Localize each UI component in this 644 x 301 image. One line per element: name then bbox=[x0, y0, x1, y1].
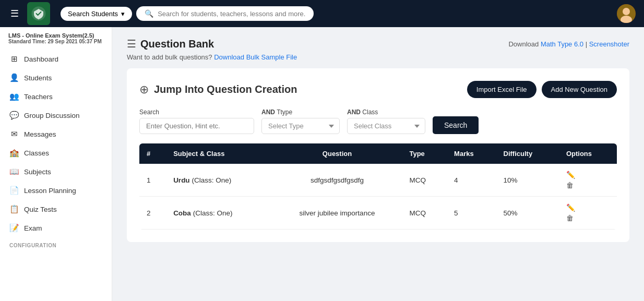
card-header: ⊕ Jump Into Question Creation Import Exc… bbox=[139, 81, 617, 98]
col-type: Type bbox=[402, 143, 447, 164]
sidebar-item-label: Dashboard bbox=[24, 55, 58, 63]
messages-icon: ✉ bbox=[9, 129, 19, 139]
question-search-input[interactable] bbox=[139, 118, 254, 134]
sidebar-item-lesson-planning[interactable]: 📄 Lesson Planning bbox=[0, 181, 112, 200]
filter-class-group: AND Class Select Class bbox=[347, 109, 425, 134]
group-discussion-icon: 💬 bbox=[9, 111, 19, 120]
download-bulk-sample-link[interactable]: Download Bulk Sample File bbox=[214, 53, 297, 61]
sidebar-item-students[interactable]: 👤 Students bbox=[0, 68, 112, 87]
card-actions: Import Excel File Add New Question bbox=[467, 81, 617, 98]
col-difficulty: Difficulty bbox=[496, 143, 559, 164]
table-header: # Subject & Class Question Type Marks Di… bbox=[139, 143, 617, 164]
lesson-planning-icon: 📄 bbox=[9, 186, 19, 195]
logo bbox=[27, 2, 50, 25]
row1-difficulty: 10% bbox=[496, 164, 559, 197]
search-category-dropdown[interactable]: Search Students ▾ bbox=[61, 7, 132, 21]
main-content: ☰ Question Bank Download Math Type 6.0 |… bbox=[112, 27, 644, 301]
dropdown-arrow-icon: ▾ bbox=[121, 10, 125, 18]
sidebar-item-teachers[interactable]: 👥 Teachers bbox=[0, 87, 112, 106]
search-button[interactable]: Search bbox=[433, 116, 479, 134]
sidebar-brand: LMS - Online Exam System(2.5) Standard T… bbox=[0, 27, 112, 46]
row2-delete-icon[interactable]: 🗑 bbox=[566, 214, 610, 222]
sidebar-item-label: Exam bbox=[24, 224, 42, 232]
sidebar-item-label: Group Discussion bbox=[24, 112, 80, 119]
type-select[interactable]: Select Type bbox=[261, 118, 340, 134]
sidebar-item-label: Messages bbox=[24, 130, 56, 138]
page-title: Question Bank bbox=[140, 38, 214, 50]
download-screenshoter-link[interactable]: Screenshoter bbox=[589, 40, 629, 48]
page-title-row: ☰ Question Bank bbox=[127, 38, 214, 50]
sidebar-config-section: CONFIGURATION bbox=[0, 237, 112, 250]
sidebar-item-label: Students bbox=[24, 74, 52, 82]
row1-num: 1 bbox=[139, 164, 166, 197]
class-label: AND Class bbox=[347, 109, 425, 116]
import-excel-button[interactable]: Import Excel File bbox=[467, 81, 536, 98]
sidebar-item-messages[interactable]: ✉ Messages bbox=[0, 125, 112, 143]
sidebar: LMS - Online Exam System(2.5) Standard T… bbox=[0, 27, 112, 301]
global-search-input[interactable] bbox=[158, 10, 305, 18]
brand-time: Standard Time: 29 Sep 2021 05:37 PM bbox=[8, 39, 103, 44]
sidebar-item-label: Teachers bbox=[24, 93, 53, 101]
circle-plus-icon: ⊕ bbox=[139, 83, 149, 97]
row1-edit-icon[interactable]: ✏️ bbox=[566, 171, 610, 179]
sidebar-item-quiz-tests[interactable]: 📋 Quiz Tests bbox=[0, 200, 112, 219]
sidebar-nav: ⊞ Dashboard 👤 Students 👥 Teachers 💬 Grou… bbox=[0, 46, 112, 254]
download-links: Download Math Type 6.0 | Screenshoter bbox=[508, 40, 629, 48]
sidebar-item-label: Subjects bbox=[24, 168, 51, 176]
search-icon: 🔍 bbox=[145, 9, 153, 18]
col-marks: Marks bbox=[447, 143, 496, 164]
col-question: Question bbox=[272, 143, 402, 164]
quiz-tests-icon: 📋 bbox=[9, 204, 19, 214]
layout: LMS - Online Exam System(2.5) Standard T… bbox=[0, 27, 644, 301]
row2-type: MCQ bbox=[402, 197, 447, 230]
page-subtitle: Want to add bulk questions? Download Bul… bbox=[127, 53, 629, 61]
sidebar-item-label: Lesson Planning bbox=[24, 187, 76, 195]
question-bank-icon: ☰ bbox=[127, 38, 136, 50]
filter-type-group: AND Ttype Select Type bbox=[261, 109, 340, 134]
row1-subject: Urdu (Class: One) bbox=[166, 164, 272, 197]
sidebar-item-subjects[interactable]: 📖 Subjects bbox=[0, 162, 112, 181]
card-title-row: ⊕ Jump Into Question Creation bbox=[139, 83, 297, 97]
subjects-icon: 📖 bbox=[9, 167, 19, 176]
search-category-label: Search Students bbox=[68, 10, 118, 18]
search-label: Search bbox=[139, 109, 254, 116]
row2-options: ✏️ 🗑 bbox=[559, 197, 617, 230]
filter-row: Search AND Ttype Select Type AND bbox=[139, 109, 617, 134]
download-mathtype-link[interactable]: Math Type 6.0 bbox=[541, 40, 583, 48]
row2-difficulty: 50% bbox=[496, 197, 559, 230]
row1-delete-icon[interactable]: 🗑 bbox=[566, 181, 610, 189]
class-select[interactable]: Select Class bbox=[347, 118, 425, 134]
row1-type: MCQ bbox=[402, 164, 447, 197]
sidebar-item-group-discussion[interactable]: 💬 Group Discussion bbox=[0, 106, 112, 125]
type-label: AND Ttype bbox=[261, 109, 340, 116]
hamburger-icon[interactable]: ☰ bbox=[8, 6, 21, 21]
sidebar-item-classes[interactable]: 🏫 Classes bbox=[0, 143, 112, 162]
sidebar-item-label: Quiz Tests bbox=[24, 206, 57, 213]
add-new-question-button[interactable]: Add New Question bbox=[542, 81, 617, 98]
search-group: Search Students ▾ 🔍 bbox=[61, 6, 314, 21]
sidebar-item-dashboard[interactable]: ⊞ Dashboard bbox=[0, 50, 112, 68]
row2-num: 2 bbox=[139, 197, 166, 230]
sidebar-item-exam[interactable]: 📝 Exam bbox=[0, 219, 112, 237]
row1-options: ✏️ 🗑 bbox=[559, 164, 617, 197]
col-num: # bbox=[139, 143, 166, 164]
user-avatar[interactable] bbox=[617, 4, 636, 23]
svg-point-2 bbox=[623, 8, 630, 15]
page-header: ☰ Question Bank Download Math Type 6.0 |… bbox=[127, 38, 629, 50]
dashboard-icon: ⊞ bbox=[9, 54, 19, 64]
row2-subject: Coba (Class: One) bbox=[166, 197, 272, 230]
col-subject-class: Subject & Class bbox=[166, 143, 272, 164]
questions-table-wrapper: # Subject & Class Question Type Marks Di… bbox=[139, 143, 617, 230]
row2-question: silver jubilee importance bbox=[272, 197, 402, 230]
questions-table: # Subject & Class Question Type Marks Di… bbox=[139, 143, 617, 230]
col-options: Options bbox=[559, 143, 617, 164]
exam-icon: 📝 bbox=[9, 223, 19, 233]
row2-marks: 5 bbox=[447, 197, 496, 230]
students-icon: 👤 bbox=[9, 73, 19, 82]
row1-question: sdfgsdfgsdfgsdfg bbox=[272, 164, 402, 197]
table-row: 2 Coba (Class: One) silver jubilee impor… bbox=[139, 197, 617, 230]
table-row: 1 Urdu (Class: One) sdfgsdfgsdfgsdfg MCQ… bbox=[139, 164, 617, 197]
row2-edit-icon[interactable]: ✏️ bbox=[566, 203, 610, 212]
sidebar-item-label: Classes bbox=[24, 149, 49, 157]
classes-icon: 🏫 bbox=[9, 148, 19, 158]
